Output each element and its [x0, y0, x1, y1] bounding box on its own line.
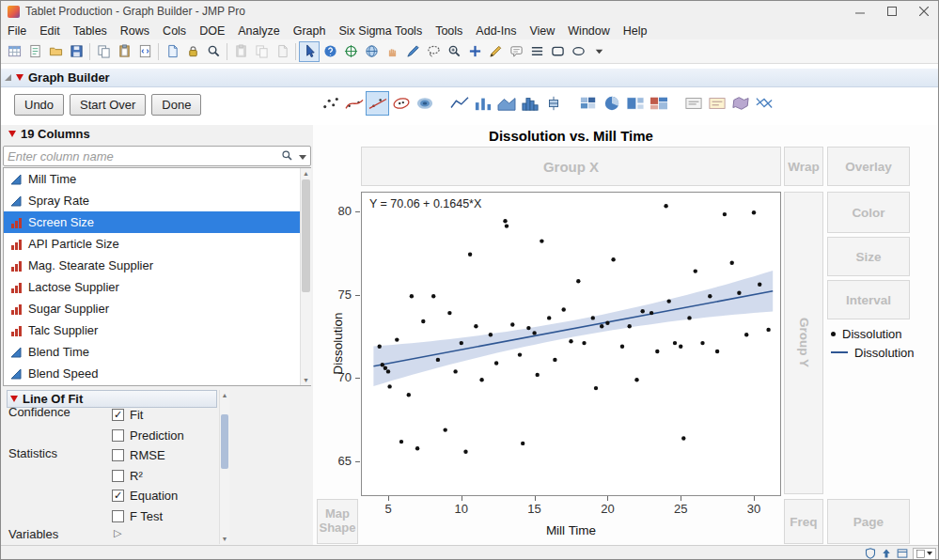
help-icon[interactable]	[320, 41, 340, 62]
menu-tables[interactable]: Tables	[67, 22, 114, 39]
minimize-button[interactable]	[844, 1, 876, 22]
status-up-arrow-icon[interactable]	[881, 548, 892, 559]
fit-panel-scrollbar[interactable]: ▲ ▼	[219, 390, 229, 544]
script-icon[interactable]	[134, 41, 155, 62]
column-item-api-particle-size[interactable]: API Particle Size	[4, 233, 310, 255]
drop-zone-size[interactable]: Size	[827, 237, 910, 276]
box-plot-icon[interactable]	[541, 91, 565, 116]
page-icon[interactable]	[162, 41, 182, 62]
brush-icon[interactable]	[402, 41, 423, 62]
parallel-plot-icon[interactable]	[752, 91, 775, 116]
checkbox-unchecked[interactable]	[112, 449, 124, 461]
oval-icon[interactable]	[568, 41, 588, 62]
status-shield-icon[interactable]	[865, 548, 876, 559]
x-axis-title[interactable]: Mill Time	[361, 523, 781, 537]
checkbox-unchecked[interactable]	[112, 429, 124, 442]
callout-icon[interactable]	[506, 41, 526, 62]
scrollbar-thumb[interactable]	[221, 414, 228, 469]
red-triangle-menu-icon[interactable]	[16, 74, 23, 81]
column-item-lactose-supplier[interactable]: Lactose Supplier	[4, 276, 310, 298]
column-item-mag-stearate-supplier[interactable]: Mag. Stearate Supplier	[4, 255, 310, 276]
mosaic-icon[interactable]	[647, 91, 670, 116]
smoother-icon[interactable]	[342, 91, 366, 116]
column-filter-input[interactable]	[8, 148, 243, 164]
undo-button[interactable]: Undo	[14, 94, 64, 116]
caption-box-icon[interactable]	[681, 91, 705, 116]
cursor-icon[interactable]	[299, 41, 320, 62]
variables-disclosure-icon[interactable]: ▷	[114, 527, 121, 539]
maximize-button[interactable]	[876, 1, 908, 22]
treemap-icon[interactable]	[623, 91, 647, 116]
red-triangle-menu-icon[interactable]	[8, 131, 16, 137]
menu-edit[interactable]: Edit	[33, 22, 67, 39]
search-icon[interactable]	[203, 41, 224, 62]
paste-icon[interactable]	[114, 41, 134, 62]
ellipse-icon[interactable]	[389, 91, 413, 116]
menu-help[interactable]: Help	[617, 22, 654, 39]
checkbox-checked[interactable]: ✓	[112, 409, 124, 421]
line-of-fit-icon[interactable]	[366, 91, 389, 116]
plot-area[interactable]: Y = 70.06 + 0.1645*X	[361, 192, 781, 496]
rect-icon[interactable]	[547, 41, 568, 62]
lasso-icon[interactable]	[423, 41, 444, 62]
new-table-icon[interactable]	[4, 41, 24, 62]
column-item-blend-time[interactable]: Blend Time	[4, 341, 310, 363]
lines-icon[interactable]	[526, 41, 547, 62]
lock-icon[interactable]	[182, 41, 203, 62]
menu-file[interactable]: File	[1, 22, 33, 39]
column-item-mill-time[interactable]: Mill Time	[4, 168, 310, 190]
menu-analyze[interactable]: Analyze	[231, 22, 286, 39]
copy-icon[interactable]	[93, 41, 114, 62]
hand-icon[interactable]	[382, 41, 402, 62]
drop-zone-page[interactable]: Page	[827, 499, 910, 544]
close-button[interactable]	[908, 1, 939, 22]
menu-view[interactable]: View	[523, 22, 561, 39]
pencil-icon[interactable]	[485, 41, 506, 62]
drop-zone-color[interactable]: Color	[827, 192, 910, 233]
open-icon[interactable]	[45, 41, 66, 62]
menu-cols[interactable]: Cols	[156, 22, 193, 39]
done-button[interactable]: Done	[151, 94, 201, 116]
bar-icon[interactable]	[471, 91, 494, 116]
drop-zone-group-y[interactable]: Group Y	[784, 192, 823, 494]
column-item-blend-speed[interactable]: Blend Speed	[4, 363, 310, 384]
columns-scrollbar[interactable]: ▲ ▼	[300, 168, 311, 385]
histogram-icon[interactable]	[518, 91, 541, 116]
red-triangle-menu-icon[interactable]	[10, 396, 18, 402]
points-icon[interactable]	[319, 91, 342, 116]
drop-zone-wrap[interactable]: Wrap	[784, 147, 823, 186]
plus-icon[interactable]	[464, 41, 485, 62]
heatmap-icon[interactable]	[576, 91, 600, 116]
drop-zone-freq[interactable]: Freq	[784, 499, 823, 544]
status-window-icon[interactable]	[897, 548, 908, 559]
menu-graph[interactable]: Graph	[287, 22, 333, 39]
status-dropdown[interactable]	[913, 548, 936, 560]
summary-icon[interactable]	[705, 91, 728, 116]
drop-zone-interval[interactable]: Interval	[827, 280, 910, 319]
scrollbar-thumb[interactable]	[302, 179, 310, 292]
menu-window[interactable]: Window	[561, 22, 616, 39]
menu-six-sigma-tools[interactable]: Six Sigma Tools	[332, 22, 429, 39]
drop-zone-group-x[interactable]: Group X	[361, 147, 781, 186]
scroll-up-icon[interactable]: ▲	[220, 390, 229, 400]
caret-down-icon[interactable]	[588, 41, 609, 62]
outline-collapse-icon[interactable]	[5, 74, 11, 81]
journal-new-icon[interactable]	[24, 41, 45, 62]
scroll-down-icon[interactable]: ▼	[301, 375, 311, 385]
start-over-button[interactable]: Start Over	[70, 94, 146, 116]
crosshair-icon[interactable]	[340, 41, 361, 62]
checkbox-unchecked[interactable]	[112, 510, 124, 522]
globe-icon[interactable]	[361, 41, 382, 62]
checkbox-checked[interactable]: ✓	[112, 490, 124, 502]
search-icon[interactable]	[281, 148, 293, 165]
save-icon[interactable]	[66, 41, 86, 62]
column-item-screen-size[interactable]: Screen Size	[4, 211, 310, 233]
column-item-talc-supplier[interactable]: Talc Supplier	[4, 319, 310, 341]
menu-doe[interactable]: DOE	[193, 22, 231, 39]
contour-icon[interactable]	[413, 91, 436, 116]
scroll-down-icon[interactable]: ▼	[220, 534, 229, 544]
zoom-icon[interactable]	[444, 41, 464, 62]
menu-rows[interactable]: Rows	[114, 22, 156, 39]
menu-tools[interactable]: Tools	[429, 22, 469, 39]
pie-icon[interactable]	[600, 91, 623, 116]
